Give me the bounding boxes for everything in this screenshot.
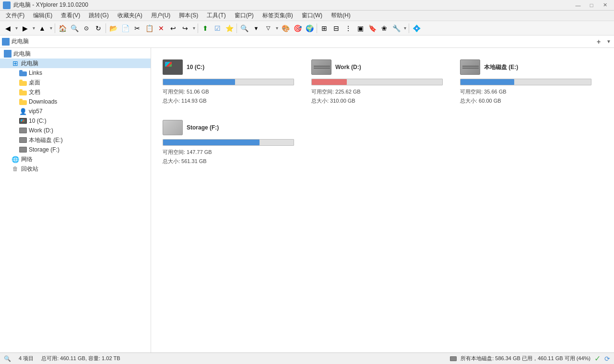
undo-button[interactable]: ↩	[167, 23, 179, 34]
sep5	[317, 23, 317, 33]
drive-total-drive-d: 总大小: 310.00 GB	[311, 97, 443, 105]
address-path[interactable]: 此电脑	[12, 37, 29, 46]
back-button[interactable]: ◀	[2, 23, 13, 34]
check-button[interactable]: ☑	[212, 23, 223, 34]
sidebar-label-drive-e: 本地磁盘 (E:)	[29, 136, 63, 144]
sidebar-item-vip57[interactable]: 👤vip57	[0, 106, 151, 116]
menu-item-窗口w[interactable]: 窗口(W)	[298, 11, 326, 21]
sidebar-item-this-pc[interactable]: ⊞此电脑	[0, 59, 151, 68]
menu-item-编辑e[interactable]: 编辑(E)	[29, 11, 56, 21]
cut-button[interactable]: ✂	[131, 23, 143, 34]
drive-item-drive-c[interactable]: 10 (C:) 可用空间: 51.06 GB 总大小: 114.93 GB	[159, 56, 298, 108]
statusbar-items-count: 4 项目	[19, 355, 34, 362]
drive-progress-fill-drive-d	[312, 79, 347, 85]
filter-button[interactable]: ⊙	[81, 23, 92, 34]
sidebar: 此电脑⊞此电脑Links桌面文档Downloads👤vip5710 (C:)Wo…	[0, 48, 151, 352]
sidebar-item-drive-d[interactable]: Work (D:)	[0, 126, 151, 135]
drive-item-drive-d[interactable]: Work (D:) 可用空间: 225.62 GB 总大小: 310.00 GB	[307, 56, 447, 108]
sidebar-label-documents: 文档	[29, 88, 40, 96]
up-button[interactable]: ▲	[36, 23, 48, 34]
browse-button[interactable]: 📂	[107, 23, 119, 34]
address-expand-button[interactable]: +	[594, 37, 603, 47]
new-file-button[interactable]: 📄	[119, 23, 131, 34]
sidebar-item-recycle[interactable]: 🗑回收站	[0, 164, 151, 174]
drive-item-drive-f[interactable]: Storage (F:) 可用空间: 147.77 GB 总大小: 561.31…	[159, 116, 298, 169]
sidebar-item-desktop[interactable]: 桌面	[0, 78, 151, 87]
drive-item-drive-e[interactable]: 本地磁盘 (E:) 可用空间: 35.66 GB 总大小: 60.00 GB	[456, 56, 595, 108]
delete-button[interactable]: ✕	[155, 23, 167, 34]
menu-item-文件f[interactable]: 文件(F)	[2, 11, 28, 21]
menu-item-脚本s[interactable]: 脚本(S)	[175, 11, 202, 21]
address-breadcrumb: 此电脑	[12, 37, 592, 46]
filter2-button[interactable]: ▼	[250, 23, 262, 34]
window-title: 此电脑 - XYplorer 19.10.0200	[13, 1, 88, 9]
address-dropdown-button[interactable]: ▼	[605, 37, 612, 47]
menu-item-查看v[interactable]: 查看(V)	[57, 11, 84, 21]
star-button[interactable]: ⭐	[224, 23, 235, 34]
filter3-button[interactable]: ▽	[262, 23, 274, 34]
settings-dropdown[interactable]: ▾	[402, 23, 407, 34]
maximize-button[interactable]: □	[585, 1, 598, 9]
flower-button[interactable]: ❀	[378, 23, 390, 34]
columns-button[interactable]: ⋮	[342, 23, 354, 34]
menu-item-用户u[interactable]: 用户(U)	[147, 11, 175, 21]
split-h-button[interactable]: ⊟	[331, 23, 342, 34]
help-button[interactable]: 💠	[411, 23, 422, 34]
content-area: 10 (C:) 可用空间: 51.06 GB 总大小: 114.93 GB Wo…	[151, 48, 614, 352]
filter-dropdown[interactable]: ▾	[274, 23, 279, 34]
back-dropdown[interactable]: ▾	[14, 23, 19, 34]
upload-button[interactable]: ⬆	[200, 23, 211, 34]
menu-item-收藏夹a[interactable]: 收藏夹(A)	[114, 11, 146, 21]
refresh-button[interactable]: ↻	[93, 23, 104, 34]
menu-item-跳转g[interactable]: 跳转(G)	[85, 11, 112, 21]
target-button[interactable]: 🎯	[292, 23, 303, 34]
sidebar-item-network[interactable]: 🌐网络	[0, 154, 151, 164]
app-icon	[3, 1, 11, 9]
sidebar-label-links: Links	[29, 70, 42, 76]
bookmark-button[interactable]: 🔖	[366, 23, 378, 34]
search-button[interactable]: 🔍	[69, 23, 80, 34]
drive-title-drive-d: Work (D:)	[335, 64, 361, 70]
copy-button[interactable]: 📋	[143, 23, 155, 34]
sidebar-item-this-pc-header[interactable]: 此电脑	[0, 49, 151, 59]
split-v-button[interactable]: ⊞	[319, 23, 330, 34]
menu-item-帮助h[interactable]: 帮助(H)	[327, 11, 354, 21]
menu-item-工具t[interactable]: 工具(T)	[203, 11, 229, 21]
sidebar-item-drive-f[interactable]: Storage (F:)	[0, 145, 151, 154]
titlebar: 此电脑 - XYplorer 19.10.0200 — □ ✕	[0, 0, 614, 11]
sidebar-item-drive-c[interactable]: 10 (C:)	[0, 116, 151, 126]
minimize-button[interactable]: —	[572, 1, 584, 9]
hdd-icon	[450, 356, 457, 361]
menubar: 文件(F)编辑(E)查看(V)跳转(G)收藏夹(A)用户(U)脚本(S)工具(T…	[0, 11, 614, 21]
sidebar-label-this-pc: 此电脑	[21, 59, 38, 68]
drive-free-drive-f: 可用空间: 147.77 GB	[163, 149, 294, 156]
zoom-button[interactable]: 🔍	[238, 23, 250, 34]
globe-button[interactable]: 🌍	[304, 23, 315, 34]
sidebar-label-this-pc-header: 此电脑	[13, 50, 31, 58]
drive-progress-fill-drive-c	[163, 79, 235, 85]
sidebar-item-links[interactable]: Links	[0, 68, 151, 78]
sidebar-label-desktop: 桌面	[29, 79, 40, 87]
sidebar-item-documents[interactable]: 文档	[0, 87, 151, 97]
sidebar-item-downloads[interactable]: Downloads	[0, 97, 151, 106]
menu-item-窗口p[interactable]: 窗口(P)	[231, 11, 258, 21]
menu-item-标签页集b[interactable]: 标签页集(B)	[259, 11, 297, 21]
redo-button[interactable]: ↪	[179, 23, 191, 34]
forward-dropdown[interactable]: ▾	[31, 23, 36, 34]
drive-free-drive-e: 可用空间: 35.66 GB	[460, 88, 591, 95]
drive-free-drive-d: 可用空间: 225.62 GB	[311, 88, 443, 95]
drive-title-drive-f: Storage (F:)	[187, 124, 219, 131]
drive-progress-bar-drive-f	[163, 139, 294, 146]
settings-button[interactable]: 🔧	[390, 23, 402, 34]
close-button[interactable]: ✕	[599, 1, 611, 9]
drive-progress-bar-drive-d	[311, 79, 443, 85]
forward-button[interactable]: ▶	[19, 23, 31, 34]
drive-free-drive-c: 可用空间: 51.06 GB	[163, 88, 294, 95]
color-button[interactable]: 🎨	[280, 23, 291, 34]
up-dropdown[interactable]: ▾	[48, 23, 53, 34]
panel-button[interactable]: ▣	[354, 23, 366, 34]
sidebar-label-drive-f: Storage (F:)	[29, 146, 59, 153]
sidebar-item-drive-e[interactable]: 本地磁盘 (E:)	[0, 135, 151, 145]
home-button[interactable]: 🏠	[57, 23, 68, 34]
redo-dropdown[interactable]: ▾	[191, 23, 196, 34]
